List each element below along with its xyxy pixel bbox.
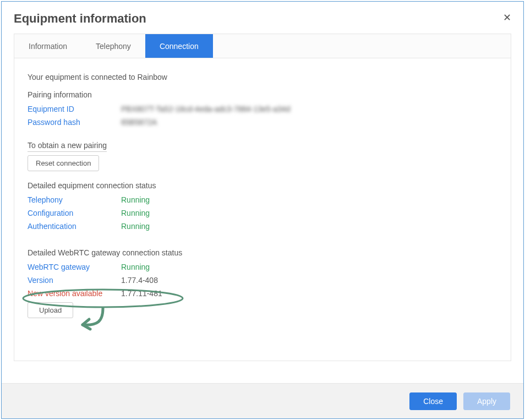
row-telephony-status: Telephony Running <box>28 195 497 204</box>
tab-connection[interactable]: Connection <box>145 34 213 58</box>
row-webrtc-gateway: WebRTC gateway Running <box>28 263 497 271</box>
telephony-status-label: Telephony <box>28 195 121 204</box>
version-label: Version <box>28 276 121 285</box>
configuration-status-value: Running <box>121 209 150 217</box>
tab-content-connection: Your equipment is connected to Rainbow P… <box>14 58 511 361</box>
row-equipment-id: Equipment ID PBX807T-Ta52-18cd-4eda-adc3… <box>28 105 497 113</box>
close-button[interactable]: Close <box>409 392 457 410</box>
reset-connection-button[interactable]: Reset connection <box>28 155 99 171</box>
dialog-footer: Close Apply <box>2 383 523 418</box>
authentication-status-value: Running <box>121 222 150 231</box>
connection-status-line: Your equipment is connected to Rainbow <box>28 73 497 81</box>
row-version: Version 1.77.4-408 <box>28 276 497 285</box>
apply-button[interactable]: Apply <box>463 392 510 410</box>
equipment-info-dialog: Equipment information ✕ Information Tele… <box>1 1 524 419</box>
close-icon[interactable]: ✕ <box>503 12 511 24</box>
version-value: 1.77.4-408 <box>121 276 158 285</box>
row-authentication-status: Authentication Running <box>28 222 497 231</box>
pairing-heading: Pairing information <box>28 90 497 99</box>
new-version-value: 1.77.11-481 <box>121 289 162 298</box>
obtain-new-pairing-label: To obtain a new pairing <box>28 141 107 152</box>
password-hash-label: Password hash <box>28 118 121 127</box>
row-configuration-status: Configuration Running <box>28 209 497 217</box>
equipment-id-value: PBX807T-Ta52-18cd-4eda-adc3-7884-13e5-a3… <box>121 105 290 113</box>
equipment-id-label: Equipment ID <box>28 105 121 113</box>
detailed-status-heading: Detailed equipment connection status <box>28 181 497 190</box>
webrtc-gateway-label: WebRTC gateway <box>28 263 121 271</box>
telephony-status-value: Running <box>121 195 150 204</box>
password-hash-value: 65B5872A <box>121 118 157 127</box>
row-new-version: New version available 1.77.11-481 <box>28 289 497 298</box>
tab-information[interactable]: Information <box>14 34 81 58</box>
configuration-status-label: Configuration <box>28 209 121 217</box>
new-version-label: New version available <box>28 289 121 298</box>
dialog-title: Equipment information <box>2 2 523 34</box>
upload-button[interactable]: Upload <box>28 302 73 318</box>
authentication-status-label: Authentication <box>28 222 121 231</box>
tab-telephony[interactable]: Telephony <box>81 34 145 58</box>
tab-bar: Information Telephony Connection <box>14 34 511 58</box>
webrtc-gateway-value: Running <box>121 263 150 271</box>
webrtc-heading: Detailed WebRTC gateway connection statu… <box>28 248 497 257</box>
dialog-body: Information Telephony Connection Your eq… <box>14 34 511 361</box>
row-password-hash: Password hash 65B5872A <box>28 118 497 127</box>
